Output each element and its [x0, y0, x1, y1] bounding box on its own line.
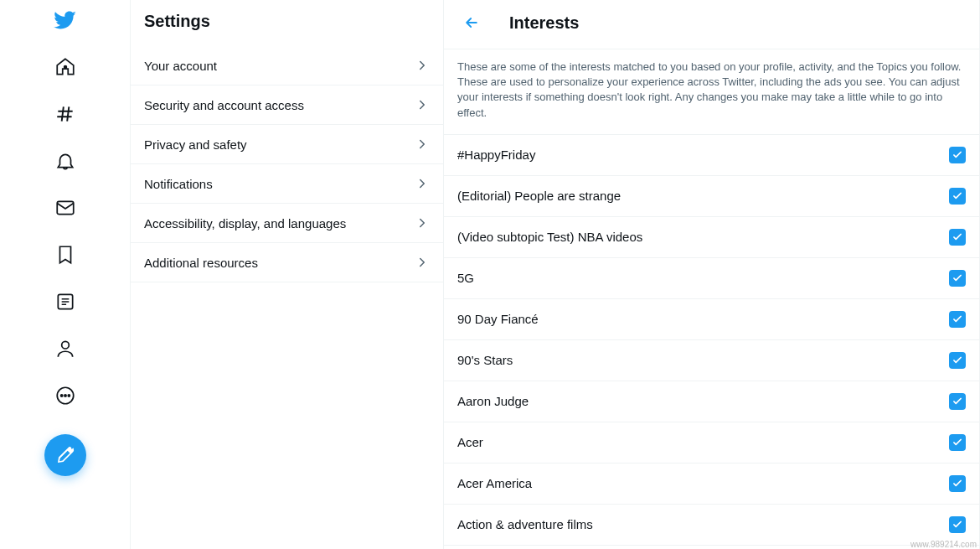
messages-icon[interactable]	[54, 196, 77, 220]
home-icon[interactable]	[54, 55, 77, 79]
interest-label: Acer	[457, 435, 483, 449]
settings-item-label: Additional resources	[144, 256, 258, 270]
interest-label: Action & adventure films	[457, 517, 593, 531]
interest-label: (Editorial) People are strange	[457, 189, 621, 203]
compose-tweet-button[interactable]	[44, 434, 86, 476]
interest-checkbox[interactable]	[949, 147, 966, 163]
settings-item-label: Accessibility, display, and languages	[144, 216, 346, 230]
svg-point-6	[64, 395, 65, 396]
interest-row: Acer	[444, 422, 979, 464]
interest-row: 5G	[444, 258, 979, 299]
app-root: Settings Your accountSecurity and accoun…	[0, 0, 980, 549]
chevron-right-icon	[415, 176, 430, 191]
settings-item-label: Notifications	[144, 177, 213, 191]
interest-label: 5G	[457, 271, 474, 285]
interest-label: (Video subtopic Test) NBA videos	[457, 230, 642, 244]
settings-title: Settings	[131, 0, 443, 46]
interest-row: 90 Day Fiancé	[444, 299, 979, 340]
chevron-right-icon	[415, 58, 430, 73]
interest-label: 90's Stars	[457, 353, 513, 367]
interest-row: (Video subtopic Test) NBA videos	[444, 217, 979, 258]
chevron-right-icon	[415, 215, 430, 230]
svg-rect-1	[57, 201, 74, 214]
interest-checkbox[interactable]	[949, 229, 966, 246]
explore-icon[interactable]	[54, 102, 77, 126]
twitter-logo-icon[interactable]	[54, 8, 77, 32]
settings-item-label: Security and account access	[144, 98, 304, 112]
settings-column: Settings Your accountSecurity and accoun…	[130, 0, 444, 549]
interest-checkbox[interactable]	[949, 270, 966, 287]
settings-item-label: Your account	[144, 59, 217, 73]
detail-title: Interests	[509, 13, 579, 33]
svg-point-7	[68, 395, 70, 396]
bookmarks-icon[interactable]	[54, 243, 77, 267]
more-icon[interactable]	[54, 384, 77, 407]
interest-row: 90's Stars	[444, 340, 979, 381]
settings-item[interactable]: Your account	[131, 46, 443, 85]
interest-label: #HappyFriday	[457, 148, 535, 162]
back-arrow-icon[interactable]	[457, 8, 486, 37]
settings-item-label: Privacy and safety	[144, 137, 247, 152]
interest-checkbox[interactable]	[949, 393, 966, 410]
interest-list: #HappyFriday(Editorial) People are stran…	[444, 135, 979, 549]
notifications-icon[interactable]	[54, 149, 77, 173]
nav-rail	[0, 0, 130, 549]
interest-checkbox[interactable]	[949, 475, 966, 492]
svg-point-3	[61, 341, 69, 349]
interest-row: (Editorial) People are strange	[444, 176, 979, 217]
interest-checkbox[interactable]	[949, 188, 966, 205]
settings-item[interactable]: Privacy and safety	[131, 125, 443, 164]
detail-column: Interests These are some of the interest…	[444, 0, 980, 549]
lists-icon[interactable]	[54, 290, 77, 313]
interest-checkbox[interactable]	[949, 352, 966, 369]
watermark: www.989214.com	[910, 540, 977, 549]
interest-row: Acer America	[444, 464, 979, 505]
interest-row: Aaron Judge	[444, 381, 979, 422]
interest-checkbox[interactable]	[949, 516, 966, 533]
settings-item[interactable]: Security and account access	[131, 85, 443, 125]
chevron-right-icon	[415, 137, 430, 152]
interest-label: Acer America	[457, 476, 532, 490]
settings-item[interactable]: Additional resources	[131, 243, 443, 282]
interest-row: #HappyFriday	[444, 135, 979, 176]
settings-item[interactable]: Accessibility, display, and languages	[131, 204, 443, 243]
detail-description: These are some of the interests matched …	[444, 49, 979, 135]
profile-icon[interactable]	[54, 337, 77, 360]
detail-header: Interests	[444, 0, 979, 49]
chevron-right-icon	[415, 255, 430, 270]
interest-checkbox[interactable]	[949, 311, 966, 328]
interest-label: Aaron Judge	[457, 394, 529, 408]
svg-point-5	[60, 395, 62, 396]
interest-row: Action & adventure films	[444, 505, 979, 546]
settings-item[interactable]: Notifications	[131, 164, 443, 204]
svg-point-0	[64, 66, 66, 69]
interest-label: 90 Day Fiancé	[457, 312, 539, 326]
interest-checkbox[interactable]	[949, 434, 966, 451]
chevron-right-icon	[415, 97, 430, 112]
